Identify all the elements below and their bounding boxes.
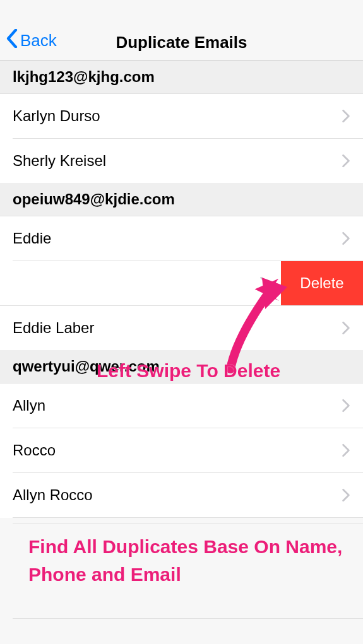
chevron-right-icon <box>259 276 268 290</box>
chevron-right-icon <box>342 109 350 123</box>
contact-name: Eddie Laber <box>13 319 94 337</box>
contact-name: Allyn <box>13 397 45 414</box>
contact-name: Eddie <box>13 230 51 247</box>
navigation-bar: Back Duplicate Emails <box>0 0 363 61</box>
section-header: opeiuw849@kjdie.com <box>0 183 363 216</box>
list-item[interactable]: Allyn <box>0 383 363 428</box>
delete-button[interactable]: Delete <box>281 261 363 305</box>
delete-label: Delete <box>300 274 343 292</box>
separator <box>13 517 363 518</box>
contact-name: Karlyn Durso <box>13 107 100 125</box>
contact-name: Allyn Rocco <box>13 486 93 504</box>
annotation-find-text: Find All Duplicates Base On Name, Phone … <box>28 533 344 588</box>
chevron-right-icon <box>342 443 350 457</box>
contact-name: Rocco <box>13 442 56 459</box>
list-item[interactable]: Eddie Laber <box>0 306 363 350</box>
list-item[interactable]: Allyn Rocco <box>0 473 363 517</box>
chevron-right-icon <box>342 231 350 245</box>
back-label: Back <box>20 31 57 50</box>
chevron-right-icon <box>342 488 350 502</box>
contact-list: Allyn Rocco Allyn Rocco <box>0 383 363 518</box>
section-header: lkjhg123@kjhg.com <box>0 61 363 94</box>
list-item[interactable]: Karlyn Durso <box>0 94 363 138</box>
chevron-right-icon <box>342 321 350 335</box>
contact-name: Sherly Kreisel <box>13 152 106 170</box>
list-item[interactable]: Sherly Kreisel <box>0 139 363 183</box>
separator <box>0 524 363 524</box>
list-item[interactable]: Eddie <box>0 216 363 261</box>
chevron-right-icon <box>342 399 350 413</box>
chevron-left-icon <box>6 29 20 52</box>
chevron-right-icon <box>342 154 350 168</box>
separator <box>0 618 363 619</box>
contact-list: Eddie die Delete Eddie Laber <box>0 216 363 350</box>
contact-list: Karlyn Durso Sherly Kreisel <box>0 94 363 183</box>
list-item[interactable]: Rocco <box>0 428 363 472</box>
section-header: qwertyui@qwer.com <box>0 350 363 383</box>
list-item-swiped[interactable]: die Delete <box>0 261 281 305</box>
back-button[interactable]: Back <box>6 29 57 52</box>
